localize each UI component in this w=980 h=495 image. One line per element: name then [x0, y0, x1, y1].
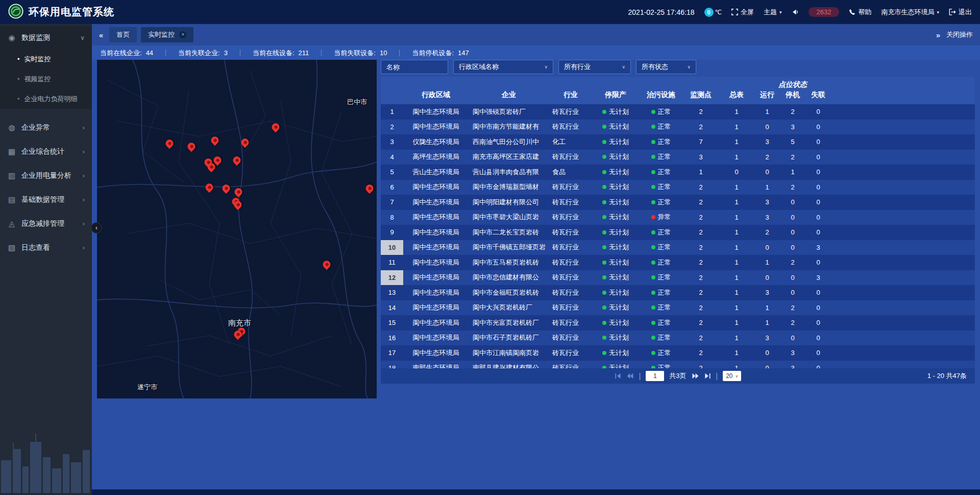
- page-number-input[interactable]: [646, 371, 664, 381]
- row-monitor-points: 2: [683, 285, 719, 300]
- industry-filter-select[interactable]: 所有行业 ∨: [558, 60, 631, 74]
- row-total-meters: 1: [719, 104, 754, 120]
- region-filter-select[interactable]: 行政区域名称 ∨: [453, 60, 553, 74]
- table-row[interactable]: 10阆中生态环境局阆中市千佛镇五郎垭页岩砖瓦行业无计划正常21003: [381, 240, 975, 255]
- last-page-button[interactable]: [704, 373, 711, 379]
- table-row[interactable]: 3仪陇生态环境局西南油气田分公司川中化工无计划正常71350: [381, 134, 975, 150]
- row-region: 南部生态环境局: [403, 361, 469, 369]
- logout-button[interactable]: 退出: [949, 8, 972, 17]
- table-row[interactable]: 12阆中生态环境局阆中市忠信建材有限公砖瓦行业无计划正常21003: [381, 270, 975, 286]
- status-dot: [651, 305, 655, 310]
- row-total-meters: 1: [719, 270, 754, 286]
- row-facility-status: 正常: [639, 120, 683, 135]
- fullscreen-button[interactable]: 全屏: [731, 8, 754, 17]
- table-row[interactable]: 16阆中生态环境局阆中市石子页岩机砖厂砖瓦行业无计划正常21300: [381, 331, 975, 346]
- table-row[interactable]: 4高坪生态环境局南充市高坪区王家店建砖瓦行业无计划正常31220: [381, 150, 975, 165]
- sidebar-item-base-data-management[interactable]: ▤基础数据管理‹: [0, 188, 92, 211]
- tab-realtime-monitor[interactable]: 实时监控×: [141, 27, 193, 42]
- table-row[interactable]: 5营山生态环境局营山县润丰肉食品有限食品无计划正常10010: [381, 164, 975, 180]
- tabs-scroll-right-icon[interactable]: »: [936, 31, 940, 39]
- name-filter-input[interactable]: [381, 60, 448, 74]
- sidebar-item-power-load-detail[interactable]: •企业电力负荷明细: [0, 89, 92, 109]
- help-button[interactable]: 帮助: [849, 8, 871, 17]
- sidebar-item-enterprise-statistics-label: 企业综合统计: [21, 147, 78, 156]
- chevron-down-icon: ▾: [937, 10, 939, 15]
- sidebar-item-realtime-monitor[interactable]: •实时监控: [0, 49, 92, 69]
- status-dot: [651, 261, 655, 265]
- alert-count-badge[interactable]: 2632: [808, 7, 840, 17]
- row-stopped-count: 3: [780, 345, 805, 361]
- table-row[interactable]: 1阆中生态环境局阆中强锐页岩砖厂砖瓦行业无计划正常21120: [381, 104, 975, 120]
- close-operations-button[interactable]: 关闭操作: [946, 30, 973, 39]
- row-lost-count: 0: [805, 195, 831, 210]
- row-industry: 砖瓦行业: [549, 210, 592, 225]
- page-size-select[interactable]: 20 ∨: [723, 371, 741, 381]
- table-row[interactable]: 13阆中生态环境局阆中市金福旺页岩机砖砖瓦行业无计划正常21300: [381, 285, 975, 300]
- row-region: 阆中生态环境局: [403, 240, 469, 255]
- row-index: 3: [381, 134, 403, 150]
- row-industry: 砖瓦行业: [549, 315, 592, 331]
- tab-close-icon[interactable]: ×: [179, 31, 186, 38]
- theme-dropdown[interactable]: 主题 ▾: [764, 8, 782, 17]
- row-limit-status: 无计划: [592, 315, 639, 331]
- prev-page-button[interactable]: [626, 373, 634, 379]
- sidebar-menu: ◉数据监测∨•实时监控•视频监控•企业电力负荷明细◍企业异常‹▦企业综合统计‹▥…: [0, 24, 92, 260]
- row-running-count: 1: [754, 315, 780, 331]
- row-index: 8: [381, 210, 403, 225]
- first-page-button[interactable]: [615, 373, 621, 379]
- sidebar-item-power-usage-analysis[interactable]: ▥企业用电量分析‹: [0, 164, 92, 187]
- row-limit-status: 无计划: [592, 225, 639, 240]
- tabs-scroll-left-icon[interactable]: «: [99, 31, 103, 39]
- status-dot: [651, 140, 655, 144]
- phone-icon: [849, 9, 855, 15]
- table-row[interactable]: 18南部生态环境局南部县建兴建材有限公砖瓦行业无计划正常21030: [381, 361, 975, 369]
- status-dot: [602, 245, 606, 249]
- chevron-left-icon: ‹: [83, 124, 85, 131]
- table-row[interactable]: 2阆中生态环境局阆中市南方节能建材有砖瓦行业无计划正常21030: [381, 120, 975, 135]
- row-industry: 砖瓦行业: [549, 180, 592, 195]
- row-company: 阆中市忠信建材有限公: [469, 270, 549, 286]
- row-lost-count: 3: [805, 270, 831, 286]
- table-row[interactable]: 15阆中生态环境局阆中市光富页岩机砖厂砖瓦行业无计划正常21120: [381, 315, 975, 331]
- sidebar-item-emergency-reduction[interactable]: ◬应急减排管理‹: [0, 212, 92, 235]
- tab-home[interactable]: 首页: [109, 27, 137, 42]
- status-dot: [602, 261, 606, 265]
- sidebar-item-enterprise-abnormal[interactable]: ◍企业异常‹: [0, 116, 92, 139]
- col-header-limit-production: 停限产: [592, 77, 639, 104]
- status-dot: [602, 110, 606, 114]
- sidebar-item-enterprise-statistics[interactable]: ▦企业综合统计‹: [0, 140, 92, 163]
- row-company: 阆中市二龙长宝页岩砖: [469, 225, 549, 240]
- table-row[interactable]: 17阆中生态环境局阆中市江南镇阆南页岩砖瓦行业无计划正常21030: [381, 345, 975, 361]
- row-industry: 砖瓦行业: [549, 240, 592, 255]
- table-row[interactable]: 7阆中生态环境局阆中明阳建材有限公司砖瓦行业无计划正常21300: [381, 195, 975, 210]
- sidebar-item-log-view[interactable]: ▧日志查看‹: [0, 236, 92, 259]
- row-facility-status: 正常: [639, 255, 683, 270]
- row-running-count: 3: [754, 285, 780, 300]
- announcement-button[interactable]: [792, 9, 799, 15]
- row-facility-status: 正常: [639, 331, 683, 346]
- map-collapse-handle[interactable]: ‹: [91, 222, 102, 233]
- sidebar-item-video-monitor[interactable]: •视频监控: [0, 69, 92, 89]
- pagination-range-label: 1 - 20 共47条: [927, 368, 967, 384]
- map-panel[interactable]: 巴中市南充市遂宁市: [97, 60, 377, 398]
- sidebar: ◉数据监测∨•实时监控•视频监控•企业电力负荷明细◍企业异常‹▦企业综合统计‹▥…: [0, 24, 92, 495]
- status-dot: [651, 125, 655, 129]
- status-filter-select[interactable]: 所有状态 ∨: [636, 60, 696, 74]
- table-row[interactable]: 11阆中生态环境局阆中市五马桥页岩机砖砖瓦行业无计划正常21120: [381, 255, 975, 270]
- table-row[interactable]: 9阆中生态环境局阆中市二龙长宝页岩砖砖瓦行业无计划正常21200: [381, 225, 975, 240]
- top-header: 环保用电监管系统 2021-02-25 17:46:18 0 ℃ 全屏 主题 ▾…: [0, 0, 980, 24]
- sidebar-item-data-monitoring[interactable]: ◉数据监测∨: [0, 26, 92, 49]
- logout-label: 退出: [959, 8, 972, 17]
- table-row[interactable]: 8阆中生态环境局阆中市枣碧大梁山页岩砖瓦行业无计划异常21300: [381, 210, 975, 225]
- tab-list: 首页实时监控×: [109, 27, 193, 42]
- table-row[interactable]: 14阆中生态环境局阆中大兴页岩机砖厂砖瓦行业无计划正常21120: [381, 300, 975, 316]
- next-page-button[interactable]: [692, 373, 699, 379]
- total-pages-label: 共3页: [669, 371, 686, 381]
- row-facility-status: 正常: [639, 104, 683, 120]
- row-facility-status: 正常: [639, 315, 683, 331]
- row-industry: 食品: [549, 164, 592, 180]
- row-company: 西南油气田分公司川中: [469, 134, 549, 150]
- table-row[interactable]: 6阆中生态环境局阆中市金博瑞新型墙材砖瓦行业无计划正常21120: [381, 180, 975, 195]
- row-facility-status: 正常: [639, 345, 683, 361]
- org-dropdown[interactable]: 南充市生态环境局 ▾: [881, 8, 939, 17]
